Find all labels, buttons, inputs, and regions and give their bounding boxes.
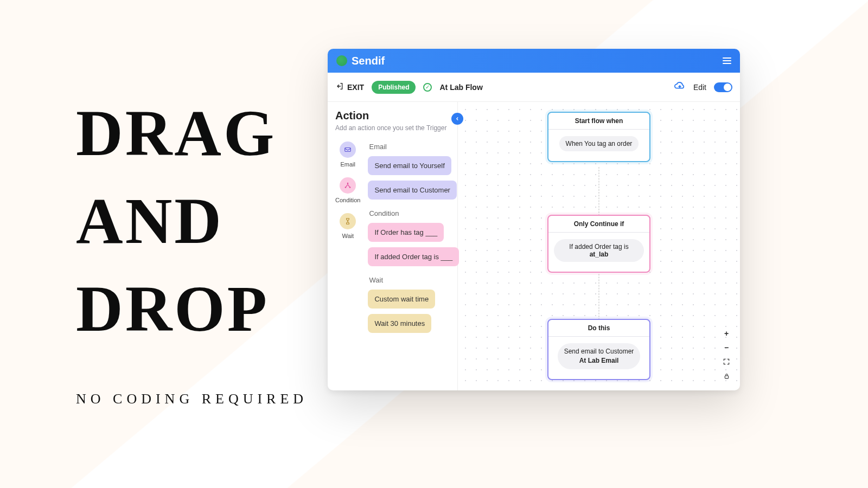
lock-button[interactable] xyxy=(722,371,731,381)
zoom-out-button[interactable]: − xyxy=(722,343,731,352)
node-condition[interactable]: Only Continue if If added Order tag is a… xyxy=(547,215,650,273)
flow-title: At Lab Flow xyxy=(439,83,482,92)
fit-view-button[interactable] xyxy=(722,357,731,367)
category-email[interactable]: Email xyxy=(340,142,356,168)
toolbar: EXIT Published ✓ At Lab Flow Edit xyxy=(328,73,740,102)
exit-button[interactable]: EXIT xyxy=(335,82,364,92)
hero-headline: DRAG AND DROP xyxy=(76,89,308,353)
hourglass-icon xyxy=(340,213,356,229)
connector-2 xyxy=(599,271,599,320)
category-wait[interactable]: Wait xyxy=(340,213,356,239)
action-panel: Action Add an action once you set the Tr… xyxy=(328,102,458,390)
hero-subtitle: NO CODING REQUIRED xyxy=(76,391,308,407)
action-send-email-self[interactable]: Send email to Yourself xyxy=(368,156,451,175)
status-badge: Published xyxy=(372,81,416,94)
hero-line-2: AND xyxy=(76,185,224,257)
branch-icon xyxy=(340,177,356,194)
action-wait-30-min[interactable]: Wait 30 minutes xyxy=(368,314,431,333)
check-icon: ✓ xyxy=(423,83,432,92)
action-custom-wait[interactable]: Custom wait time xyxy=(368,290,435,309)
app-header: Sendif xyxy=(328,49,740,73)
hero-copy: DRAG AND DROP NO CODING REQUIRED xyxy=(76,89,308,407)
node-trigger-head: Start flow when xyxy=(548,113,649,130)
category-wait-label: Wait xyxy=(342,233,354,239)
canvas-controls: + − xyxy=(722,329,731,381)
node-action-head: Do this xyxy=(548,320,649,337)
action-if-order-has-tag[interactable]: If Order has tag ___ xyxy=(368,223,444,242)
group-wait-label: Wait xyxy=(369,276,459,284)
category-condition-label: Condition xyxy=(335,197,360,203)
group-condition-label: Condition xyxy=(369,209,459,217)
node-trigger[interactable]: Start flow when When You tag an order xyxy=(547,112,650,162)
hero-line-1: DRAG xyxy=(76,97,276,169)
flow-canvas[interactable]: Start flow when When You tag an order On… xyxy=(458,102,740,390)
svg-rect-0 xyxy=(345,148,351,152)
zoom-in-button[interactable]: + xyxy=(722,329,731,338)
exit-label: EXIT xyxy=(347,83,364,92)
exit-icon xyxy=(335,82,344,92)
action-send-email-customer[interactable]: Send email to Customer xyxy=(368,181,456,200)
collapse-panel-button[interactable] xyxy=(451,113,463,125)
connector-1 xyxy=(599,167,599,216)
app-window: Sendif EXIT Published ✓ At Lab Flow Edit… xyxy=(328,49,740,390)
edit-toggle[interactable] xyxy=(714,82,732,92)
action-if-added-tag-is[interactable]: If added Order tag is ___ xyxy=(368,247,459,266)
category-condition[interactable]: Condition xyxy=(335,177,360,203)
cloud-sync-icon[interactable] xyxy=(674,80,686,94)
envelope-icon xyxy=(340,142,356,158)
node-trigger-chip: When You tag an order xyxy=(559,136,639,151)
node-action-chip: Send email to Customer At Lab Email xyxy=(558,343,641,369)
node-condition-head: Only Continue if xyxy=(548,216,649,233)
node-condition-chip: If added Order tag is at_lab xyxy=(554,239,644,262)
edit-label: Edit xyxy=(693,83,706,92)
group-email-label: Email xyxy=(369,143,459,151)
brand-logo[interactable]: Sendif xyxy=(336,55,385,67)
hero-line-3: DROP xyxy=(76,273,269,345)
brand-name: Sendif xyxy=(352,55,385,67)
hamburger-menu-icon[interactable] xyxy=(723,57,731,64)
svg-point-1 xyxy=(347,183,349,184)
panel-title: Action xyxy=(335,110,451,122)
panel-hint: Add an action once you set the Trigger xyxy=(335,124,451,132)
svg-rect-4 xyxy=(725,375,729,378)
brand-logo-icon xyxy=(336,55,347,66)
category-email-label: Email xyxy=(340,161,355,168)
node-action[interactable]: Do this Send email to Customer At Lab Em… xyxy=(547,319,650,380)
